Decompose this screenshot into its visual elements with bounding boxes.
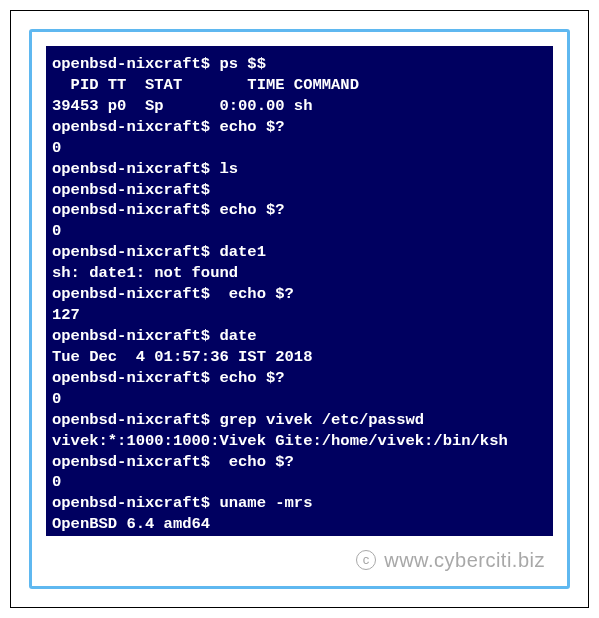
terminal-line: vivek:*:1000:1000:Vivek Gite:/home/vivek… xyxy=(52,432,508,450)
terminal-line: PID TT STAT TIME COMMAND xyxy=(52,76,359,94)
terminal-line: 0 xyxy=(52,390,61,408)
terminal-line: 0 xyxy=(52,139,61,157)
terminal-line: sh: date1: not found xyxy=(52,264,238,282)
terminal-line: 39453 p0 Sp 0:00.00 sh xyxy=(52,97,312,115)
terminal-line: openbsd-nixcraft$ echo $? xyxy=(52,285,294,303)
terminal-line: 127 xyxy=(52,306,80,324)
terminal-line: openbsd-nixcraft$ uname -mrs xyxy=(52,494,312,512)
terminal-line: OpenBSD 6.4 amd64 xyxy=(52,515,210,533)
terminal-line: openbsd-nixcraft$ date1 xyxy=(52,243,266,261)
terminal-line: openbsd-nixcraft$ echo $? xyxy=(52,369,285,387)
copyright-icon: c xyxy=(356,550,376,570)
terminal-line: openbsd-nixcraft$ grep vivek /etc/passwd xyxy=(52,411,424,429)
terminal-line: 0 xyxy=(52,473,61,491)
terminal-window: openbsd-nixcraft$ ps $$ PID TT STAT TIME… xyxy=(46,46,553,536)
terminal-line: Tue Dec 4 01:57:36 IST 2018 xyxy=(52,348,312,366)
terminal-line: openbsd-nixcraft$ xyxy=(52,181,210,199)
terminal-line: 0 xyxy=(52,222,61,240)
terminal-line: openbsd-nixcraft$ echo $? xyxy=(52,201,285,219)
outer-frame: openbsd-nixcraft$ ps $$ PID TT STAT TIME… xyxy=(10,10,589,608)
terminal-line: openbsd-nixcraft$ ls xyxy=(52,160,238,178)
watermark: cwww.cyberciti.biz xyxy=(356,549,545,572)
terminal-line: openbsd-nixcraft$ ps $$ xyxy=(52,55,266,73)
watermark-text: www.cyberciti.biz xyxy=(384,549,545,571)
terminal-line: openbsd-nixcraft$ date xyxy=(52,327,257,345)
terminal-line: openbsd-nixcraft$ echo $? xyxy=(52,453,294,471)
terminal-line: openbsd-nixcraft$ echo $? xyxy=(52,118,285,136)
inner-border: openbsd-nixcraft$ ps $$ PID TT STAT TIME… xyxy=(29,29,570,589)
